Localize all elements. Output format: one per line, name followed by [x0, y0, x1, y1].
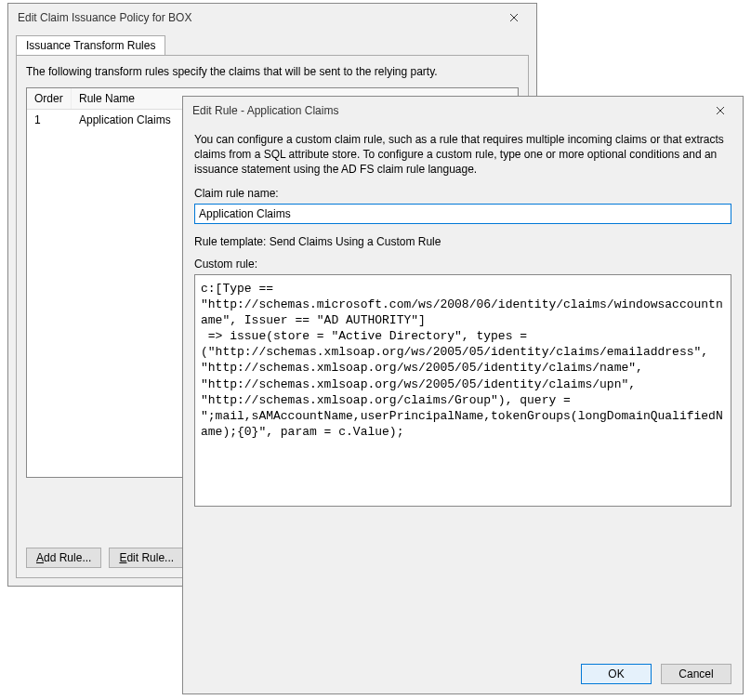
edit-rule-button[interactable]: Edit Rule... [109, 548, 184, 568]
claim-rule-name-input[interactable] [194, 204, 731, 224]
tab-issuance-transform-rules[interactable]: Issuance Transform Rules [16, 35, 165, 55]
btn-text: dd Rule... [44, 551, 91, 564]
ok-button[interactable]: OK [581, 664, 652, 684]
column-header-order[interactable]: Order [27, 88, 72, 109]
rule-template-label: Rule template: Send Claims Using a Custo… [194, 235, 731, 248]
btn-text: dit Rule... [126, 551, 174, 564]
tab-header: Issuance Transform Rules [16, 35, 529, 56]
claim-rule-name-label: Claim rule name: [194, 187, 731, 200]
close-icon [509, 13, 519, 22]
cell-order: 1 [27, 110, 72, 130]
add-rule-button[interactable]: Add Rule... [26, 548, 101, 568]
description-text: You can configure a custom claim rule, s… [194, 132, 731, 178]
custom-rule-textarea[interactable] [194, 274, 731, 507]
cancel-button[interactable]: Cancel [661, 664, 731, 684]
titlebar: Edit Rule - Application Claims [183, 97, 743, 125]
dialog-body: You can configure a custom claim rule, s… [194, 132, 731, 653]
intro-text: The following transform rules specify th… [26, 65, 519, 78]
window-title: Edit Claim Issuance Policy for BOX [18, 11, 191, 24]
close-button[interactable] [501, 8, 527, 27]
accesskey: A [36, 551, 44, 564]
custom-rule-label: Custom rule: [194, 258, 731, 271]
dialog-button-row: OK Cancel [581, 664, 731, 684]
close-icon [716, 106, 725, 115]
grid-button-row: Add Rule... Edit Rule... [26, 548, 184, 568]
close-button[interactable] [707, 101, 733, 120]
window-title: Edit Rule - Application Claims [192, 104, 338, 117]
dialog-edit-rule: Edit Rule - Application Claims You can c… [182, 96, 744, 694]
titlebar: Edit Claim Issuance Policy for BOX [8, 4, 536, 32]
